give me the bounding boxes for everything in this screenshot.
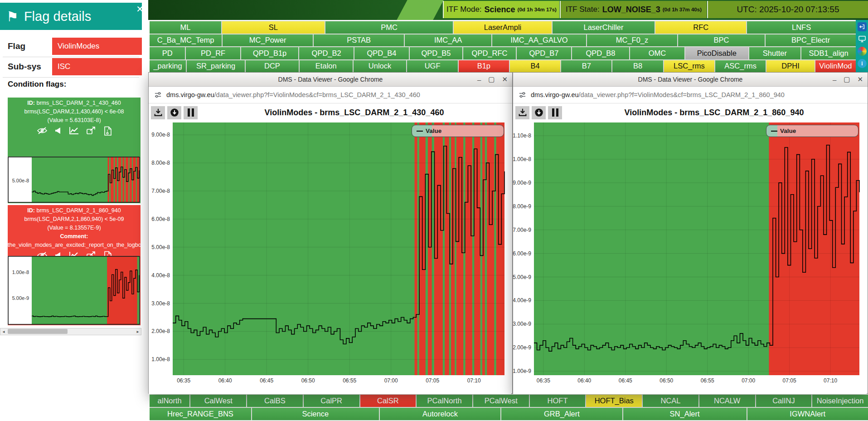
status-button-SN_Alert[interactable]: SN_Alert	[623, 408, 747, 420]
status-button-_parking[interactable]: _parking	[150, 60, 186, 73]
status-button-LNFS[interactable]: LNFS	[747, 21, 856, 34]
status-button-SR_parking[interactable]: SR_parking	[187, 60, 245, 73]
status-button-NoiseInjection[interactable]: NoiseInjection	[812, 395, 868, 407]
status-button-QPD_B4[interactable]: QPD_B4	[354, 47, 409, 59]
download-button[interactable]	[515, 106, 529, 119]
status-button-GRB_Alert[interactable]: GRB_Alert	[501, 408, 622, 420]
status-button-DCP[interactable]: DCP	[246, 60, 299, 73]
status-button-RFC[interactable]: RFC	[655, 21, 746, 34]
status-button-Unlock[interactable]: Unlock	[354, 60, 407, 73]
minimize-icon[interactable]: –	[833, 76, 836, 83]
status-button-Shutter[interactable]: Shutter	[749, 47, 801, 59]
status-button-IGWNAlert[interactable]: IGWNAlert	[747, 408, 868, 420]
status-button-SDB1_align[interactable]: SDB1_align	[801, 47, 856, 59]
info-icon[interactable]	[858, 59, 867, 68]
status-button-QPD_B1p[interactable]: QPD_B1p	[241, 47, 298, 59]
status-button-CalPR[interactable]: CalPR	[304, 395, 359, 407]
status-button-CalBS[interactable]: CalBS	[247, 395, 303, 407]
status-button-CalSR[interactable]: CalSR	[360, 395, 416, 407]
status-button-B8[interactable]: B8	[612, 60, 663, 73]
status-button-PMC[interactable]: PMC	[325, 21, 453, 34]
status-button-HOFT_Bias[interactable]: HOFT_Bias	[586, 395, 642, 407]
status-button-CalINJ[interactable]: CalINJ	[756, 395, 812, 407]
refresh-button[interactable]	[532, 106, 546, 119]
login-icon[interactable]	[858, 22, 867, 31]
svg-text:6.00e-8: 6.00e-8	[151, 216, 170, 222]
status-button-PD[interactable]: PD	[150, 47, 185, 59]
status-button-NCALW[interactable]: NCALW	[699, 395, 755, 407]
close-icon[interactable]: ✕	[857, 75, 863, 83]
maximize-icon[interactable]: ▢	[844, 75, 850, 83]
status-button-CalWest[interactable]: CalWest	[190, 395, 246, 407]
scroll-left-icon[interactable]: ◄	[0, 328, 7, 335]
status-button-PD_RF[interactable]: PD_RF	[186, 47, 240, 59]
status-button-NCAL[interactable]: NCAL	[643, 395, 698, 407]
status-button-PSTAB[interactable]: PSTAB	[314, 34, 404, 47]
close-icon[interactable]: ✕	[136, 4, 144, 15]
status-button-B7[interactable]: B7	[561, 60, 611, 73]
maximize-icon[interactable]: ▢	[488, 75, 495, 83]
close-icon[interactable]: ✕	[502, 75, 508, 83]
speaker-icon[interactable]	[54, 126, 62, 135]
status-button-ViolinMod[interactable]: ViolinMod	[815, 60, 856, 73]
status-button-QPD_B7[interactable]: QPD_B7	[517, 47, 571, 59]
svg-text:3.00e-9: 3.00e-9	[513, 321, 531, 327]
scrollbar-thumb[interactable]	[8, 329, 68, 334]
status-button-BPC_Electr[interactable]: BPC_Electr	[766, 34, 856, 47]
scroll-right-icon[interactable]: ►	[135, 328, 141, 335]
window-titlebar[interactable]: DMS - Data Viewer - Google Chrome – ▢ ✕	[149, 73, 512, 87]
panel-scrollbar[interactable]: ◄ ►	[0, 328, 141, 335]
palette-icon[interactable]	[858, 47, 867, 56]
address-bar[interactable]: dms.virgo-gw.eu/data_viewer.php?f=Violin…	[149, 87, 512, 103]
status-button-Hrec_RANGE_BNS[interactable]: Hrec_RANGE_BNS	[150, 408, 251, 420]
status-button-QPD_B8[interactable]: QPD_B8	[572, 47, 629, 59]
status-button-QPD_B5[interactable]: QPD_B5	[410, 47, 462, 59]
status-button-DPHI[interactable]: DPHI	[766, 60, 815, 73]
refresh-button[interactable]	[167, 106, 181, 119]
circle-arrow-icon	[170, 108, 179, 117]
status-button-Autorelock[interactable]: Autorelock	[380, 408, 501, 420]
status-row: C_Ba_MC_TempMC_PowerPSTABIMC_AAIMC_AA_GA…	[150, 34, 856, 47]
zip-file-icon[interactable]	[102, 126, 112, 136]
status-button-SL[interactable]: SL	[222, 21, 325, 34]
status-button-OMC[interactable]: OMC	[630, 47, 684, 59]
itf-state-box: ITF State: LOW_NOISE_3 (0d 1h 37m 40s)	[560, 1, 707, 18]
status-button-LaserAmpli[interactable]: LaserAmpli	[454, 21, 551, 34]
status-button-ML[interactable]: ML	[150, 21, 221, 34]
status-button-BPC[interactable]: BPC	[678, 34, 765, 47]
eye-slash-icon[interactable]	[36, 126, 48, 135]
address-bar[interactable]: dms.virgo-gw.eu/data_viewer.php?f=Violin…	[513, 87, 868, 103]
status-button-PCalWest[interactable]: PCalWest	[473, 395, 529, 407]
status-button-PCalNorth[interactable]: PCalNorth	[417, 395, 472, 407]
minimize-icon[interactable]: –	[477, 76, 481, 83]
status-button-LSC_rms[interactable]: LSC_rms	[664, 60, 714, 73]
status-button-B1p[interactable]: B1p	[459, 60, 509, 73]
line-chart-icon[interactable]	[68, 126, 80, 135]
download-icon	[518, 108, 528, 117]
status-button-QPD_RFC[interactable]: QPD_RFC	[463, 47, 516, 59]
status-button-IMC_AA_GALVO[interactable]: IMC_AA_GALVO	[492, 34, 586, 47]
status-button-ASC_rms[interactable]: ASC_rms	[715, 60, 766, 73]
tune-icon[interactable]	[154, 91, 162, 99]
status-button-MC_F0_z[interactable]: MC_F0_z	[587, 34, 677, 47]
status-button-UGF[interactable]: UGF	[407, 60, 457, 73]
condition-expression: brms(LSC_DARM,2,1,860,940) < 5e-09	[8, 216, 141, 222]
external-link-icon[interactable]	[86, 126, 97, 135]
status-button-PicoDisable[interactable]: PicoDisable	[685, 47, 748, 59]
tune-icon[interactable]	[519, 91, 526, 99]
download-button[interactable]	[151, 106, 165, 119]
status-button-Science[interactable]: Science	[252, 408, 379, 420]
status-button-alNorth[interactable]: alNorth	[150, 395, 189, 407]
status-button-IMC_AA[interactable]: IMC_AA	[405, 34, 491, 47]
status-button-MC_Power[interactable]: MC_Power	[223, 34, 313, 47]
status-button-HOFT[interactable]: HOFT	[530, 395, 586, 407]
pause-button[interactable]	[548, 106, 562, 119]
display-icon[interactable]	[858, 34, 867, 44]
status-button-Etalon[interactable]: Etalon	[300, 60, 353, 73]
status-button-LaserChiller[interactable]: LaserChiller	[553, 21, 655, 34]
window-titlebar[interactable]: DMS - Data Viewer - Google Chrome – ▢ ✕	[513, 73, 868, 87]
status-button-C_Ba_MC_Temp[interactable]: C_Ba_MC_Temp	[150, 34, 222, 47]
pause-button[interactable]	[184, 106, 198, 119]
status-button-QPD_B2[interactable]: QPD_B2	[299, 47, 354, 59]
status-button-B4[interactable]: B4	[510, 60, 560, 73]
